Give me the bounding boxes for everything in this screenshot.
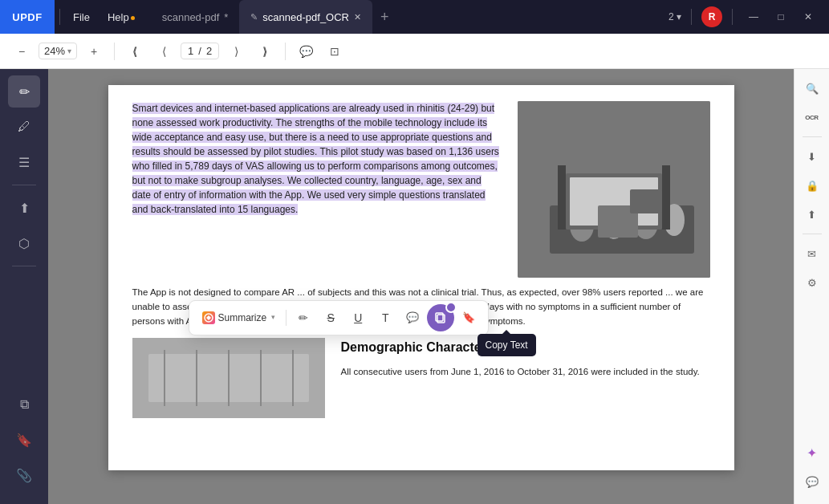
last-page-icon2: ⟩ (262, 45, 266, 58)
strikethrough-btn[interactable]: S (318, 305, 343, 331)
menu-file[interactable]: File (65, 8, 98, 26)
expand-btn[interactable]: ⊡ (323, 39, 347, 63)
selected-text-block: Smart devices and internet-based applica… (132, 103, 499, 215)
prev-page-icon: ⟨ (162, 45, 166, 58)
float-sep-1 (286, 310, 286, 326)
tab-close-btn[interactable]: ✕ (354, 12, 361, 22)
floating-toolbar: Summarize ▾ ✏ S U T 💬 🔖 (189, 300, 490, 335)
zoom-level-display[interactable]: 24% ▾ (39, 43, 77, 59)
sidebar-organize-btn[interactable]: ☰ (8, 146, 40, 178)
prev-page-btn[interactable]: ⟨ (152, 39, 176, 63)
sidebar-divider-1 (12, 185, 36, 185)
right-share-btn[interactable]: ⬆ (799, 201, 825, 227)
right-chat-btn[interactable]: 💬 (799, 469, 825, 494)
page-number-display: 1 / 2 (181, 43, 219, 59)
underline-text-btn[interactable]: U (345, 305, 371, 331)
sidebar-divider-2 (12, 266, 36, 266)
summarize-icon (202, 311, 215, 324)
sidebar-attachment-btn[interactable]: 📎 (8, 459, 40, 491)
search-icon: 🔍 (806, 83, 819, 95)
right-ocr-btn[interactable]: OCR (799, 104, 825, 130)
pdf-lower-image (132, 338, 325, 418)
summarize-btn[interactable]: Summarize ▾ (196, 307, 282, 328)
main-toolbar: − 24% ▾ + ⟨ ⟨ ⟨ 1 / 2 ⟩ ⟩ ⟩ 💬 ⊡ (0, 34, 829, 69)
comment-add-btn[interactable]: 💬 (400, 305, 425, 331)
right-divider-2 (803, 234, 822, 234)
app-logo: UPDF (0, 0, 55, 34)
tab-bar: scanned-pdf * ✎ scanned-pdf_OCR ✕ + (151, 0, 668, 34)
sidebar-layers-btn[interactable]: ⧉ (8, 388, 40, 421)
summarize-label: Summarize (218, 311, 267, 325)
right-search-btn[interactable]: 🔍 (799, 75, 825, 101)
new-tab-btn[interactable]: + (372, 0, 397, 34)
demographics-text: All consecutive users from June 1, 2016 … (341, 365, 710, 380)
annotate-icon: 🖊 (18, 120, 30, 134)
page-sep: / (198, 45, 201, 57)
last-page-btn[interactable]: ⟩ ⟩ (253, 39, 277, 63)
menu-help[interactable]: Help (100, 8, 143, 26)
title-sep-3 (732, 9, 733, 25)
title-sep-2 (691, 9, 692, 25)
maximize-btn[interactable]: □ (770, 6, 792, 28)
zoom-out-btn[interactable]: − (10, 39, 34, 63)
pdf-lower-text-col: Demographic Characteristics All consecut… (341, 338, 710, 418)
total-pages: 2 (206, 45, 212, 57)
organize-icon: ☰ (18, 155, 30, 170)
edit-document-icon: ✏ (19, 84, 30, 100)
zoom-in-icon: + (91, 45, 97, 58)
pdf-lower-image-col (132, 338, 325, 418)
zoom-in-btn[interactable]: + (82, 39, 106, 63)
lower-image-svg (132, 338, 325, 418)
next-page-icon: ⟩ (234, 45, 238, 58)
sidebar-stamp-btn[interactable]: ⬡ (8, 227, 40, 259)
updf-ai-icon: ✦ (807, 445, 817, 461)
tab-modified-indicator: * (224, 11, 228, 23)
next-page-btn[interactable]: ⟩ (224, 39, 248, 63)
right-settings-btn[interactable]: ⚙ (799, 270, 825, 295)
tab-scanned-pdf[interactable]: scanned-pdf * (151, 0, 240, 34)
right-download-btn[interactable]: ⬇ (799, 144, 825, 169)
stamp-icon: ⬡ (18, 236, 30, 251)
first-page-btn[interactable]: ⟨ ⟨ (123, 39, 147, 63)
pdf-main-paragraph: Smart devices and internet-based applica… (132, 101, 502, 217)
zoom-value: 24% (44, 45, 65, 57)
sidebar-export-btn[interactable]: ⬆ (8, 192, 40, 224)
right-divider-1 (803, 136, 822, 137)
left-sidebar: ✏ 🖊 ☰ ⬆ ⬡ ⧉ 🔖 📎 (0, 69, 48, 504)
svg-rect-9 (662, 165, 670, 230)
message-icon: ✉ (807, 248, 816, 260)
export-icon: ⬆ (19, 201, 30, 216)
right-updf-btn[interactable]: ✦ (799, 440, 825, 465)
sidebar-edit-btn[interactable]: ✏ (8, 75, 40, 108)
zoom-chevron-icon: ▾ (67, 47, 71, 55)
text-format-btn[interactable]: T (372, 305, 398, 331)
settings-icon: ⚙ (807, 277, 817, 289)
title-bar: UPDF File Help scanned-pdf * ✎ scanned-p… (0, 0, 829, 34)
bookmark-icon: 🔖 (16, 433, 32, 448)
expand-icon: ⊡ (330, 45, 339, 58)
svg-rect-11 (630, 189, 662, 213)
ai-icon (204, 313, 213, 323)
title-sep-1 (59, 9, 60, 25)
right-message-btn[interactable]: ✉ (799, 241, 825, 266)
pdf-lower-section: Demographic Characteristics All consecut… (132, 338, 710, 418)
close-btn[interactable]: ✕ (797, 6, 819, 28)
minimize-btn[interactable]: — (742, 6, 765, 28)
copy-icon (434, 311, 447, 324)
help-dot (131, 16, 135, 20)
toolbar-sep-2 (285, 43, 286, 60)
pdf-right-column (518, 101, 710, 278)
right-lock-btn[interactable]: 🔒 (799, 173, 825, 198)
chat-icon: 💬 (806, 476, 819, 488)
bookmark-add-btn[interactable]: 🔖 (456, 305, 482, 331)
tab-ocr[interactable]: ✎ scanned-pdf_OCR ✕ (239, 0, 372, 34)
sidebar-bookmark-btn[interactable]: 🔖 (8, 424, 40, 456)
pdf-viewer-area[interactable]: Smart devices and internet-based applica… (48, 69, 794, 504)
comment-mode-btn[interactable]: 💬 (294, 39, 318, 63)
user-avatar[interactable]: R (701, 6, 722, 27)
tab-edit-icon: ✎ (250, 12, 258, 22)
copy-text-btn[interactable] (427, 304, 454, 331)
highlight-text-btn[interactable]: ✏ (291, 305, 316, 331)
svg-rect-8 (558, 165, 566, 230)
sidebar-annotate-btn[interactable]: 🖊 (8, 111, 40, 143)
